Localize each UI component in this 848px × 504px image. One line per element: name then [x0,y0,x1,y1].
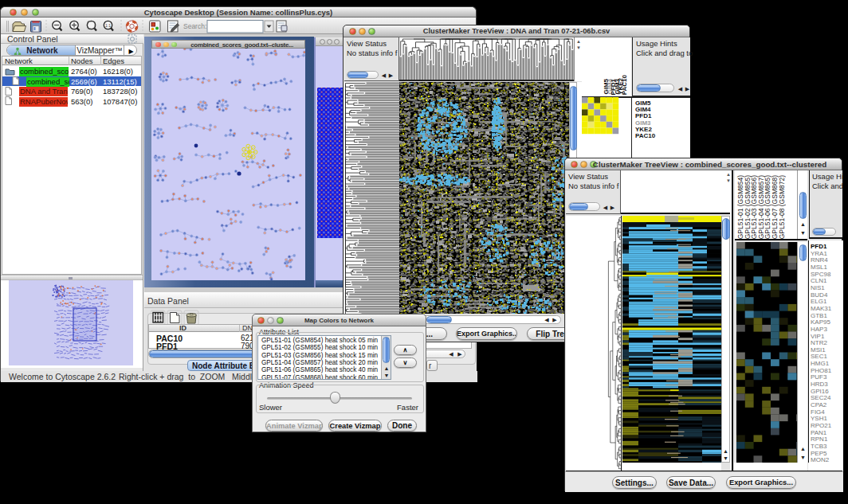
svg-text:1:1: 1:1 [105,23,111,28]
svg-text:Search:: Search: [183,22,206,30]
